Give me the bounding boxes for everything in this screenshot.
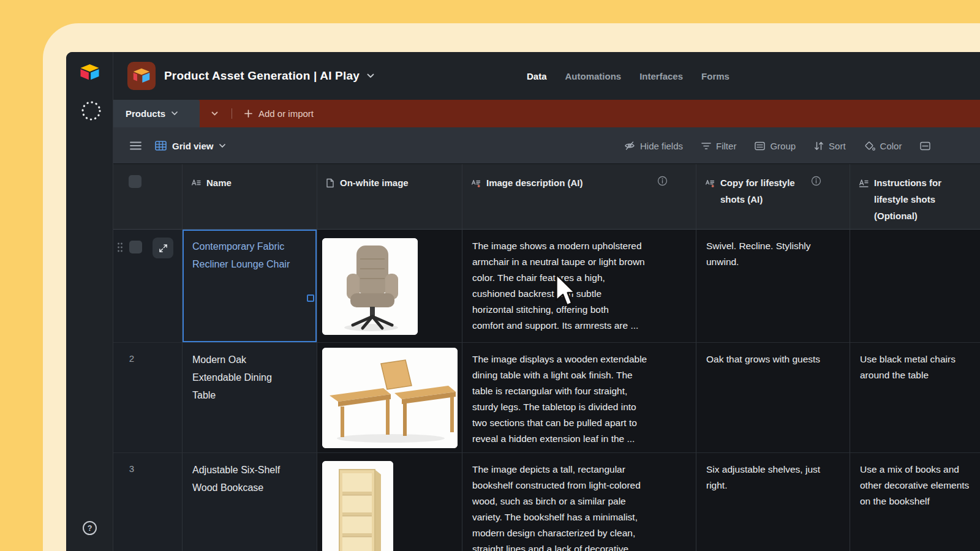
nav-tab-automations[interactable]: Automations: [565, 71, 622, 81]
cell-name-row1[interactable]: Contemporary Fabric Recliner Lounge Chai…: [183, 230, 317, 343]
cell-name-row3[interactable]: Adjustable Six-Shelf Wood Bookcase: [183, 453, 317, 551]
instructions-text: Use a mix of books and other decorative …: [860, 462, 980, 509]
chevron-down-icon: [219, 144, 225, 148]
nav-tab-interfaces[interactable]: Interfaces: [639, 71, 683, 81]
row-gutter[interactable]: 3: [113, 453, 183, 551]
cell-copy-row1[interactable]: Swivel. Recline. Stylishly unwind.: [696, 230, 850, 343]
group-label: Group: [770, 141, 796, 151]
single-line-text-icon: [191, 178, 201, 188]
copy-text: Six adjustable shelves, just right.: [706, 462, 840, 493]
plus-icon: [244, 110, 252, 118]
cell-image-row3[interactable]: [317, 453, 462, 551]
cell-instructions-row3[interactable]: Use a mix of books and other decorative …: [850, 453, 980, 551]
base-cube-icon[interactable]: [127, 62, 156, 90]
cell-description-row3[interactable]: The image depicts a tall, rectangular bo…: [462, 453, 696, 551]
nav-tab-forms[interactable]: Forms: [701, 71, 729, 81]
cell-copy-row3[interactable]: Six adjustable shelves, just right.: [696, 453, 850, 551]
table-tab-bar: Products Add or import: [113, 100, 980, 127]
product-image-bookcase[interactable]: [322, 461, 393, 551]
sort-label: Sort: [829, 141, 846, 151]
select-all-header-cell: [113, 164, 183, 230]
group-icon: [755, 141, 765, 151]
row-number: 2: [113, 353, 150, 364]
view-toolbar: Grid view Hide fields: [113, 127, 980, 164]
chevron-down-icon: [367, 73, 374, 78]
copy-text: Oak that grows with guests: [706, 351, 840, 367]
column-label: Name: [206, 174, 232, 191]
help-icon[interactable]: ?: [82, 520, 97, 536]
add-or-import-button[interactable]: Add or import: [244, 100, 314, 127]
ai-text-icon: [705, 178, 715, 188]
filter-label: Filter: [716, 141, 736, 151]
expand-record-button[interactable]: [153, 238, 173, 258]
cell-instructions-row1[interactable]: [850, 230, 980, 343]
table-tab-label: Products: [126, 108, 165, 119]
description-text: The image shows a modern upholstered arm…: [472, 238, 686, 334]
view-switcher[interactable]: Grid view: [155, 141, 225, 151]
row-height-button[interactable]: [920, 141, 930, 151]
sort-button[interactable]: Sort: [814, 141, 846, 151]
hide-fields-icon: [624, 141, 635, 151]
svg-text:?: ?: [88, 524, 92, 533]
ai-text-icon: [471, 178, 481, 188]
color-label: Color: [880, 141, 902, 151]
record-name: Contemporary Fabric Recliner Lounge Chai…: [192, 241, 290, 269]
base-title[interactable]: Product Asset Generation | AI Play: [164, 52, 374, 100]
chevron-down-icon: [211, 111, 218, 116]
app-sidebar: ?: [66, 52, 113, 551]
add-or-import-label: Add or import: [258, 108, 314, 119]
cell-instructions-row2[interactable]: Use black metal chairs around the table: [850, 343, 980, 453]
column-label: Image description (AI): [486, 174, 583, 191]
table-tab-products[interactable]: Products: [113, 100, 200, 127]
cell-description-row1[interactable]: The image shows a modern upholstered arm…: [462, 230, 696, 343]
row-checkbox[interactable]: [129, 241, 142, 253]
sort-icon: [814, 141, 824, 151]
airtable-window: ? Product Asset Generation | AI Play: [66, 52, 980, 551]
row-height-icon: [920, 141, 930, 151]
drag-handle-icon[interactable]: [116, 242, 124, 253]
spinner-dots-icon: [80, 100, 102, 122]
row-gutter[interactable]: 2: [113, 343, 183, 453]
page-background: ? Product Asset Generation | AI Play: [0, 0, 980, 551]
select-all-checkbox[interactable]: [129, 175, 141, 188]
column-label: Copy for lifestyle shots (AI): [720, 174, 795, 208]
info-icon[interactable]: [811, 176, 821, 186]
product-image-recliner-chair[interactable]: [322, 238, 418, 335]
airtable-logo-icon[interactable]: [79, 64, 100, 81]
fill-handle[interactable]: [307, 294, 314, 302]
column-header-on-white-image[interactable]: On-white image: [317, 164, 462, 230]
table-list-chevron-button[interactable]: [211, 100, 218, 127]
column-header-copy-lifestyle[interactable]: Copy for lifestyle shots (AI): [696, 164, 850, 230]
cell-image-row2[interactable]: [317, 343, 462, 453]
grid-view-icon: [155, 141, 167, 151]
column-header-name[interactable]: Name: [183, 164, 317, 230]
cell-image-row1[interactable]: [317, 230, 462, 343]
group-button[interactable]: Group: [755, 141, 796, 151]
row-gutter: [113, 230, 183, 343]
page-title: Product Asset Generation | AI Play: [164, 69, 360, 83]
color-button[interactable]: Color: [864, 141, 902, 151]
hamburger-icon[interactable]: [130, 141, 141, 150]
row-number: 3: [113, 463, 150, 474]
hide-fields-button[interactable]: Hide fields: [624, 141, 683, 151]
attachment-icon: [326, 178, 334, 188]
filter-button[interactable]: Filter: [701, 141, 736, 151]
description-text: The image displays a wooden extendable d…: [472, 351, 686, 447]
column-header-image-description[interactable]: Image description (AI): [462, 164, 696, 230]
long-text-icon: [859, 178, 869, 188]
cell-copy-row2[interactable]: Oak that grows with guests: [696, 343, 850, 453]
cell-description-row2[interactable]: The image displays a wooden extendable d…: [462, 343, 696, 453]
view-name-label: Grid view: [172, 141, 214, 151]
record-name: Modern Oak Extendable Dining Table: [192, 354, 272, 400]
column-header-instructions[interactable]: Instructions for lifestyle shots (Option…: [850, 164, 980, 230]
nav-tab-data[interactable]: Data: [527, 71, 547, 81]
column-label: On-white image: [340, 174, 409, 191]
product-image-dining-table[interactable]: [322, 348, 458, 448]
info-icon[interactable]: [657, 176, 668, 186]
chevron-down-icon[interactable]: [172, 111, 178, 116]
instructions-text: Use black metal chairs around the table: [860, 351, 980, 383]
data-grid: Name On-white image Image description (A…: [113, 164, 980, 551]
cell-name-row2[interactable]: Modern Oak Extendable Dining Table: [183, 343, 317, 453]
color-icon: [864, 141, 875, 151]
hide-fields-label: Hide fields: [640, 141, 683, 151]
